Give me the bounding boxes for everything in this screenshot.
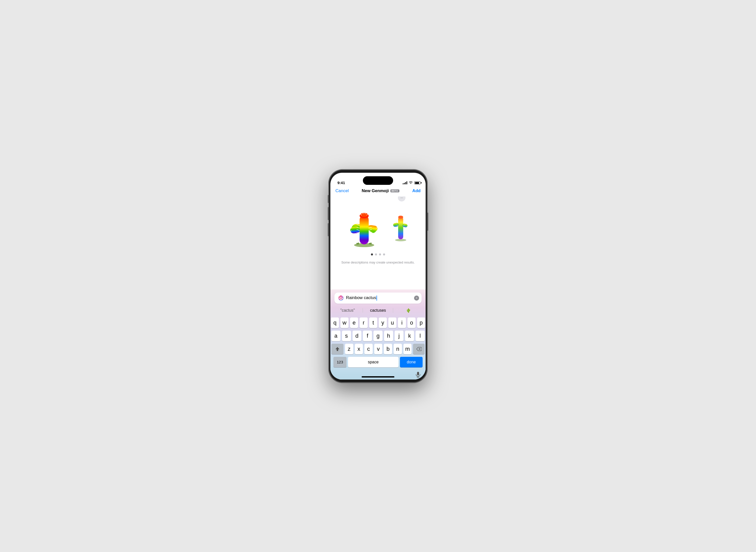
volume-up-button[interactable]	[328, 207, 329, 220]
page-dots	[371, 253, 385, 255]
keyboard-row-3: z x c v b n m	[331, 344, 425, 354]
nav-bar: Cancel New Genmoji BETA Add	[330, 186, 426, 196]
space-key[interactable]: space	[348, 357, 398, 368]
keyboard-row-2: a s d f g h j k l	[331, 330, 425, 341]
svg-line-38	[396, 230, 398, 231]
key-k[interactable]: k	[405, 330, 414, 341]
cancel-button[interactable]: Cancel	[335, 188, 349, 193]
key-j[interactable]: j	[395, 330, 404, 341]
key-c[interactable]: c	[364, 344, 373, 354]
shift-key[interactable]	[331, 344, 344, 354]
key-t[interactable]: t	[369, 317, 377, 328]
wifi-icon	[409, 181, 413, 185]
page-dot-1[interactable]	[371, 253, 373, 255]
nav-title-container: New Genmoji BETA	[362, 188, 399, 193]
page-dot-3[interactable]	[379, 253, 381, 255]
key-m[interactable]: m	[403, 344, 412, 354]
autocomplete-item-3[interactable]: 🌵	[393, 307, 424, 314]
genmoji-icon	[338, 295, 344, 301]
svg-line-6	[357, 220, 360, 221]
status-time: 9:41	[337, 180, 345, 185]
nav-title: New Genmoji BETA	[362, 188, 399, 193]
volume-down-button[interactable]	[328, 223, 329, 236]
svg-line-44	[400, 214, 400, 216]
svg-line-12	[357, 235, 360, 236]
svg-line-34	[396, 220, 398, 221]
key-o[interactable]: o	[407, 317, 415, 328]
key-l[interactable]: l	[415, 330, 425, 341]
keyboard-section: Rainbow cactus × "cactus" cactuses 🌵	[330, 289, 426, 380]
emoji-display: ···	[330, 196, 426, 289]
key-i[interactable]: i	[398, 317, 406, 328]
svg-line-14	[369, 223, 372, 223]
search-input[interactable]: Rainbow cactus	[346, 295, 412, 301]
dynamic-island	[363, 176, 393, 185]
svg-line-18	[369, 233, 372, 233]
power-button[interactable]	[427, 213, 428, 231]
keyboard-row-1: q w e r t y u i o p	[331, 317, 425, 328]
key-g[interactable]: g	[373, 330, 383, 341]
delete-icon	[416, 347, 422, 351]
delete-key[interactable]	[413, 344, 425, 354]
home-indicator-area	[330, 371, 426, 380]
add-button[interactable]: Add	[412, 188, 421, 193]
microphone-icon	[415, 372, 421, 378]
key-n[interactable]: n	[394, 344, 402, 354]
signal-icon	[403, 181, 407, 184]
key-d[interactable]: d	[353, 330, 362, 341]
key-w[interactable]: w	[341, 317, 349, 328]
silent-switch[interactable]	[328, 195, 329, 203]
microphone-button[interactable]	[415, 372, 421, 379]
rainbow-cactus-secondary-svg	[389, 206, 412, 242]
svg-rect-32	[393, 223, 399, 227]
autocomplete-item-1[interactable]: "cactus"	[332, 307, 363, 314]
key-p[interactable]: p	[417, 317, 425, 328]
done-key[interactable]: done	[400, 357, 423, 368]
svg-line-43	[403, 230, 405, 231]
page-dot-2[interactable]	[375, 253, 377, 255]
search-field[interactable]: Rainbow cactus ×	[334, 292, 422, 304]
description-text: Some descriptions may create unexpected …	[331, 261, 425, 264]
svg-line-23	[376, 231, 377, 232]
keyboard-row-4: 123 space done	[331, 357, 425, 368]
key-r[interactable]: r	[360, 317, 368, 328]
svg-point-31	[398, 216, 403, 219]
key-e[interactable]: e	[350, 317, 358, 328]
svg-rect-30	[398, 217, 403, 239]
home-bar	[362, 376, 394, 378]
phone-frame: 9:41	[329, 170, 427, 383]
secondary-emoji[interactable]	[389, 206, 412, 242]
svg-line-39	[403, 220, 405, 221]
svg-line-40	[403, 223, 405, 223]
key-h[interactable]: h	[384, 330, 393, 341]
beta-badge: BETA	[390, 189, 399, 192]
svg-line-42	[403, 228, 405, 228]
key-f[interactable]: f	[363, 330, 372, 341]
shift-icon	[335, 347, 340, 352]
primary-emoji[interactable]	[344, 200, 384, 248]
svg-rect-1	[360, 215, 369, 244]
key-q[interactable]: q	[331, 317, 339, 328]
battery-icon	[414, 181, 421, 184]
key-x[interactable]: x	[355, 344, 363, 354]
svg-line-19	[369, 235, 372, 236]
search-field-container: Rainbow cactus ×	[330, 289, 426, 306]
svg-line-7	[357, 223, 360, 223]
status-icons	[403, 181, 421, 185]
page-dot-4[interactable]	[383, 253, 385, 255]
emoji-carousel[interactable]	[330, 199, 426, 249]
rainbow-cactus-main-svg	[344, 200, 384, 248]
phone-screen: 9:41	[330, 173, 426, 380]
key-y[interactable]: y	[379, 317, 387, 328]
numbers-key[interactable]: 123	[333, 357, 347, 368]
main-content: ···	[330, 196, 426, 380]
key-u[interactable]: u	[388, 317, 396, 328]
key-s[interactable]: s	[342, 330, 351, 341]
key-z[interactable]: z	[345, 344, 353, 354]
key-a[interactable]: a	[331, 330, 341, 341]
clear-button[interactable]: ×	[414, 295, 419, 301]
svg-line-46	[401, 214, 402, 216]
autocomplete-item-2[interactable]: cactuses	[363, 307, 393, 314]
key-v[interactable]: v	[374, 344, 383, 354]
key-b[interactable]: b	[384, 344, 392, 354]
